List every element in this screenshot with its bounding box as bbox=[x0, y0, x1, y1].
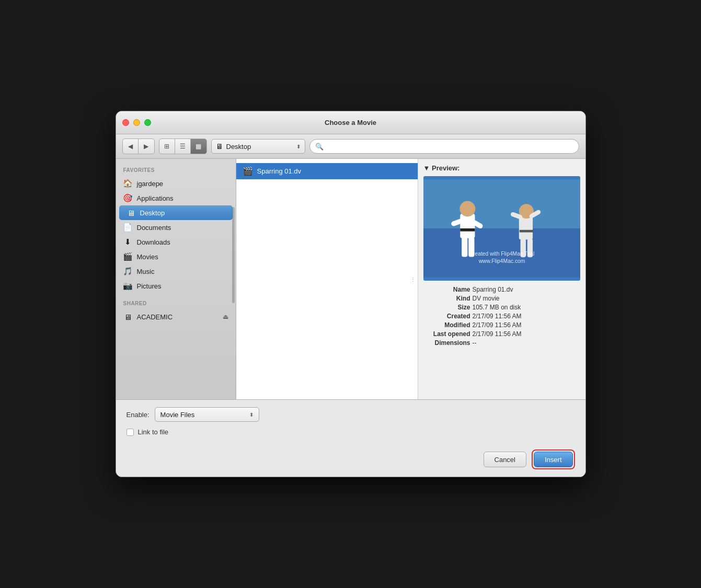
back-button[interactable]: ◀ bbox=[123, 139, 139, 154]
eject-icon[interactable]: ⏏ bbox=[223, 313, 228, 320]
search-box: 🔍 bbox=[309, 139, 579, 154]
home-icon: 🏠 bbox=[123, 179, 133, 188]
meta-name-label: Name bbox=[423, 286, 470, 293]
chevron-down-icon: ⬍ bbox=[296, 144, 301, 149]
location-text: Desktop bbox=[226, 143, 293, 151]
meta-created-row: Created 2/17/09 11:56 AM bbox=[423, 313, 580, 320]
icon-view-button[interactable]: ⊞ bbox=[159, 139, 175, 154]
sidebar-item-music[interactable]: 🎵 Music bbox=[116, 264, 236, 279]
meta-size-label: Size bbox=[423, 304, 470, 311]
svg-point-3 bbox=[459, 201, 475, 217]
documents-icon: 📄 bbox=[123, 223, 133, 232]
list-view-button[interactable]: ☰ bbox=[175, 139, 191, 154]
view-buttons: ⊞ ☰ ▦ bbox=[159, 139, 207, 154]
sidebar-item-label: Downloads bbox=[137, 238, 170, 246]
forward-button[interactable]: ▶ bbox=[139, 139, 154, 154]
sidebar-item-academic[interactable]: 🖥 ACADEMIC ⏏ bbox=[116, 309, 236, 324]
main-area: FAVORITES 🏠 jgardepe 🎯 Applications 🖥 De… bbox=[116, 159, 585, 399]
minimize-button[interactable] bbox=[133, 119, 140, 126]
file-item-name: Sparring 01.dv bbox=[257, 167, 302, 175]
maximize-button[interactable] bbox=[144, 119, 151, 126]
sidebar-item-downloads[interactable]: ⬇ Downloads bbox=[116, 235, 236, 249]
sidebar-item-label: Music bbox=[137, 268, 155, 275]
meta-modified-label: Modified bbox=[423, 321, 470, 329]
meta-created-label: Created bbox=[423, 313, 470, 320]
insert-button[interactable]: Insert bbox=[534, 452, 573, 467]
file-item-sparring[interactable]: 🎬 Sparring 01.dv bbox=[236, 163, 418, 179]
svg-rect-2 bbox=[460, 214, 475, 238]
meta-name-row: Name Sparring 01.dv bbox=[423, 286, 580, 293]
desktop-icon: 🖥 bbox=[127, 208, 136, 217]
server-icon: 🖥 bbox=[123, 312, 133, 321]
preview-header: ▼ Preview: bbox=[423, 164, 580, 172]
pictures-icon: 📷 bbox=[123, 281, 133, 291]
meta-modified-row: Modified 2/17/09 11:56 AM bbox=[423, 321, 580, 329]
file-icon: 🎬 bbox=[243, 166, 253, 176]
sidebar-item-label: Documents bbox=[137, 224, 171, 232]
search-icon: 🔍 bbox=[315, 143, 324, 151]
cancel-button[interactable]: Cancel bbox=[484, 452, 526, 467]
sidebar-item-label: jgardepe bbox=[137, 180, 164, 188]
svg-rect-8 bbox=[460, 228, 475, 232]
meta-dimensions-row: Dimensions -- bbox=[423, 339, 580, 347]
meta-dimensions-label: Dimensions bbox=[423, 339, 470, 347]
meta-size-row: Size 105.7 MB on disk bbox=[423, 304, 580, 311]
link-to-file-checkbox[interactable] bbox=[127, 429, 134, 436]
sidebar-item-pictures[interactable]: 📷 Pictures bbox=[116, 279, 236, 293]
preview-panel: ▼ Preview: bbox=[418, 159, 585, 399]
svg-rect-9 bbox=[519, 216, 532, 240]
enable-dropdown-text: Movie Files bbox=[160, 411, 246, 419]
preview-image: Created with Flip4Mac Trial www.Flip4Mac… bbox=[423, 176, 580, 281]
link-to-file-label: Link to file bbox=[138, 428, 169, 436]
meta-last-opened-label: Last opened bbox=[423, 330, 470, 338]
column-view-button[interactable]: ▦ bbox=[191, 139, 206, 154]
applications-icon: 🎯 bbox=[123, 193, 133, 203]
search-input[interactable] bbox=[326, 143, 573, 151]
chevron-updown-icon: ⬍ bbox=[249, 412, 254, 418]
sidebar-item-documents[interactable]: 📄 Documents bbox=[116, 220, 236, 235]
link-row: Link to file bbox=[127, 428, 575, 436]
sidebar-item-desktop[interactable]: 🖥 Desktop bbox=[119, 205, 233, 220]
insert-button-wrapper: Insert bbox=[532, 449, 575, 469]
meta-created-value: 2/17/09 11:56 AM bbox=[473, 313, 522, 320]
svg-text:www.Flip4Mac.com: www.Flip4Mac.com bbox=[478, 258, 525, 264]
sidebar-item-applications[interactable]: 🎯 Applications bbox=[116, 191, 236, 205]
sidebar-item-label: Pictures bbox=[137, 282, 162, 290]
music-icon: 🎵 bbox=[123, 267, 133, 276]
sidebar-item-label: Movies bbox=[137, 253, 158, 261]
bottom-section: Enable: Movie Files ⬍ Link to file bbox=[116, 399, 585, 443]
sidebar-item-movies[interactable]: 🎬 Movies bbox=[116, 249, 236, 264]
svg-text:Created with Flip4Mac Trial: Created with Flip4Mac Trial bbox=[469, 251, 534, 257]
traffic-lights bbox=[122, 119, 151, 126]
meta-kind-value: DV movie bbox=[473, 295, 500, 302]
location-dropdown[interactable]: 🖥 Desktop ⬍ bbox=[211, 139, 305, 154]
enable-label: Enable: bbox=[127, 411, 150, 419]
sidebar-item-jgardepe[interactable]: 🏠 jgardepe bbox=[116, 176, 236, 191]
location-icon: 🖥 bbox=[216, 142, 223, 151]
favorites-section-label: FAVORITES bbox=[116, 165, 236, 176]
file-list: 🎬 Sparring 01.dv ⋮⋮ bbox=[236, 159, 418, 399]
preview-metadata: Name Sparring 01.dv Kind DV movie Size 1… bbox=[423, 286, 580, 347]
movies-icon: 🎬 bbox=[123, 252, 133, 261]
meta-modified-value: 2/17/09 11:56 AM bbox=[473, 321, 522, 329]
svg-rect-6 bbox=[462, 237, 467, 257]
sidebar: FAVORITES 🏠 jgardepe 🎯 Applications 🖥 De… bbox=[116, 159, 236, 399]
toolbar: ◀ ▶ ⊞ ☰ ▦ 🖥 Desktop ⬍ 🔍 bbox=[116, 134, 585, 159]
nav-buttons: ◀ ▶ bbox=[122, 139, 155, 154]
titlebar: Choose a Movie bbox=[116, 111, 585, 134]
preview-svg: Created with Flip4Mac Trial www.Flip4Mac… bbox=[423, 176, 580, 281]
enable-dropdown[interactable]: Movie Files ⬍ bbox=[155, 407, 259, 422]
button-row: Cancel Insert bbox=[116, 443, 585, 477]
meta-last-opened-row: Last opened 2/17/09 11:56 AM bbox=[423, 330, 580, 338]
close-button[interactable] bbox=[122, 119, 129, 126]
column-resizer-1[interactable]: ⋮⋮ bbox=[413, 159, 418, 399]
dialog-window: Choose a Movie ◀ ▶ ⊞ ☰ ▦ 🖥 Desktop ⬍ 🔍 F… bbox=[116, 111, 586, 477]
meta-last-opened-value: 2/17/09 11:56 AM bbox=[473, 330, 522, 338]
meta-size-value: 105.7 MB on disk bbox=[473, 304, 521, 311]
svg-rect-15 bbox=[519, 230, 533, 233]
meta-name-value: Sparring 01.dv bbox=[473, 286, 513, 293]
downloads-icon: ⬇ bbox=[123, 237, 133, 247]
enable-row: Enable: Movie Files ⬍ bbox=[127, 407, 575, 422]
meta-kind-row: Kind DV movie bbox=[423, 295, 580, 302]
sidebar-scrollbar[interactable] bbox=[232, 207, 235, 303]
